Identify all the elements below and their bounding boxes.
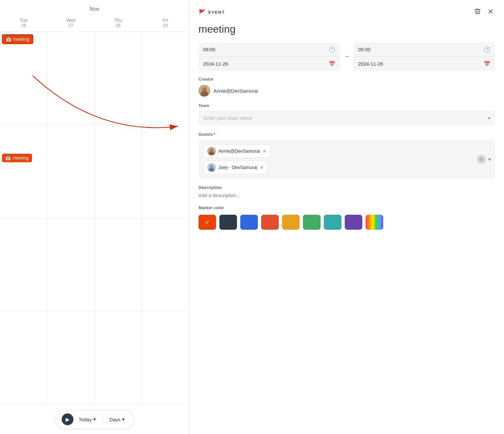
cell-thu-row3	[95, 218, 142, 312]
creator-name: Annie@DevSamurai	[213, 88, 258, 94]
close-icon	[487, 8, 494, 15]
trash-icon	[474, 8, 481, 15]
cell-wed-row3	[47, 218, 95, 312]
day-label-thu: Thu 28	[95, 15, 142, 31]
toolbar-nav-button[interactable]: ▶	[62, 413, 73, 425]
calendar-icon-2: 📅	[5, 155, 11, 161]
clear-guests-button[interactable]: ✕	[477, 155, 486, 163]
color-swatch-red[interactable]	[261, 215, 279, 230]
color-swatch-green[interactable]	[303, 215, 321, 230]
guest-chip-joey: Joey - DevSamurai ✕	[204, 161, 267, 174]
start-time-field: 09:00 🕐	[198, 42, 340, 57]
cell-fri-row3	[142, 218, 189, 312]
cell-wed-row4	[47, 311, 95, 405]
event-title-row: 🚩 EVENT	[198, 9, 225, 16]
calendar-icon-end: 📅	[484, 61, 490, 67]
cell-fri-row1	[142, 32, 189, 125]
close-button[interactable]	[486, 7, 495, 17]
time-separator-arrow: →	[344, 53, 350, 60]
color-swatch-yellow[interactable]	[282, 215, 300, 230]
guest-avatar-joey	[207, 163, 216, 172]
cell-thu-row4	[95, 311, 142, 405]
calendar-icon: 📅	[6, 37, 11, 42]
remove-guest-annie[interactable]: ✕	[262, 149, 266, 153]
cell-thu-row2	[95, 125, 142, 218]
end-time-field: 09:30 🕐	[354, 42, 495, 57]
event-panel-label: EVENT	[208, 10, 225, 15]
description-input[interactable]	[198, 193, 495, 198]
event-panel-header: 🚩 EVENT	[198, 7, 495, 17]
calendar-month-label: Nov	[0, 0, 189, 15]
description-label: Description	[198, 185, 495, 190]
color-swatch-teal[interactable]	[324, 215, 341, 230]
end-date-field: 2024-11-26 📅	[354, 57, 495, 71]
day-label-wed: Wed 27	[47, 15, 95, 31]
calendar-panel: Nov Tue 26 Wed 27 Thu 28 Fri 29 📅 meetin…	[0, 0, 189, 434]
toolbar-days-dropdown[interactable]: Days ▾	[107, 415, 127, 424]
start-time-block: 09:00 🕐 2024-11-26 📅	[198, 42, 340, 71]
guests-label: Guests*	[198, 132, 495, 137]
cell-tue-row1: 📅 meeting	[0, 32, 47, 125]
team-dropdown[interactable]: Enter your team name	[198, 111, 495, 125]
color-swatch-purple[interactable]	[345, 215, 362, 230]
calendar-days-header: Tue 26 Wed 27 Thu 28 Fri 29	[0, 15, 189, 32]
calendar-toolbar: ▶ Today ▾ Days ▾	[0, 405, 189, 434]
cell-thu-row1	[95, 32, 142, 125]
toolbar-divider	[102, 416, 103, 423]
guest-avatar-annie	[207, 147, 216, 155]
end-time-block: 09:30 🕐 2024-11-26 📅	[354, 42, 495, 71]
guests-row-controls: ✕ ▾	[477, 155, 491, 163]
clock-icon-end: 🕐	[484, 46, 490, 53]
cell-wed-row1	[47, 32, 95, 125]
color-swatch-rainbow[interactable]	[366, 215, 383, 230]
guests-list: Annie@DevSamurai ✕ Joey - DevSamurai ✕	[202, 143, 491, 175]
day-label-tue: Tue 26	[0, 15, 47, 31]
remove-guest-joey[interactable]: ✕	[260, 165, 264, 170]
color-swatch-orange[interactable]: ✓	[198, 215, 216, 230]
marker-label: Marker color	[198, 205, 495, 210]
toolbar-inner: ▶ Today ▾ Days ▾	[55, 410, 134, 429]
creator-avatar-image	[198, 85, 210, 97]
delete-button[interactable]	[473, 7, 482, 17]
cell-tue-row3	[0, 218, 47, 312]
team-dropdown-wrapper: Enter your team name ▾	[198, 111, 495, 125]
cell-wed-row2	[47, 125, 95, 218]
toolbar-today-dropdown[interactable]: Today ▾	[76, 415, 99, 424]
cell-tue-row2: 📅 meeting	[0, 125, 47, 218]
cell-fri-row2	[142, 125, 189, 218]
guest-chip-annie: Annie@DevSamurai ✕	[204, 145, 270, 158]
creator-avatar	[198, 85, 210, 97]
calendar-icon-start: 📅	[329, 61, 335, 67]
start-date-field: 2024-11-26 📅	[198, 57, 340, 71]
guests-container: Annie@DevSamurai ✕ Joey - DevSamurai ✕ ✕…	[198, 140, 495, 178]
clock-icon-start: 🕐	[329, 46, 335, 53]
event-chip-meeting-top[interactable]: 📅 meeting	[2, 34, 33, 44]
calendar-grid: 📅 meeting 📅 meeting	[0, 32, 189, 405]
event-chip-meeting-lower[interactable]: 📅 meeting	[2, 154, 32, 162]
time-row: 09:00 🕐 2024-11-26 📅 → 09:30 🕐 2024-11-2…	[198, 42, 495, 71]
event-panel: 🚩 EVENT meeting	[189, 0, 504, 434]
guests-chevron-button[interactable]: ▾	[488, 156, 491, 163]
color-swatch-dark[interactable]	[219, 215, 237, 230]
creator-label: Creator	[198, 77, 495, 82]
cell-fri-row4	[142, 311, 189, 405]
cell-tue-row4	[0, 311, 47, 405]
day-label-fri: Fri 29	[142, 15, 189, 31]
event-name: meeting	[198, 23, 495, 35]
flag-icon: 🚩	[198, 9, 206, 16]
color-swatches: ✓	[198, 215, 495, 230]
creator-row: Annie@DevSamurai	[198, 85, 495, 97]
color-swatch-blue[interactable]	[240, 215, 258, 230]
event-panel-actions	[473, 7, 495, 17]
team-label: Team	[198, 103, 495, 108]
